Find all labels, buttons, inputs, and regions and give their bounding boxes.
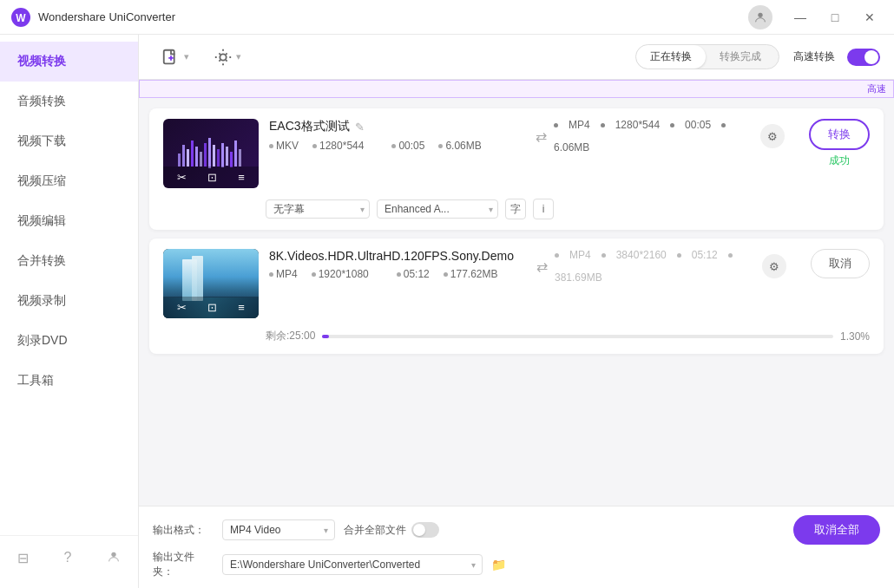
file-meta-1: MKV 1280*544 00:05 (269, 140, 518, 152)
edit-icon-1[interactable]: ✎ (355, 121, 365, 134)
cancel-all-btn[interactable]: 取消全部 (793, 515, 880, 545)
svg-rect-9 (191, 140, 194, 167)
sidebar-label-audio-convert: 音频转换 (17, 94, 66, 109)
scissors-icon-1[interactable]: ✂ (174, 170, 190, 185)
close-btn[interactable]: ✕ (856, 7, 884, 28)
svg-rect-8 (187, 149, 189, 167)
sidebar-item-audio-convert[interactable]: 音频转换 (0, 82, 138, 121)
sidebar-item-video-compress[interactable]: 视频压缩 (0, 161, 138, 201)
progress-bar-2 (322, 335, 329, 338)
high-speed-toggle[interactable] (847, 49, 880, 66)
merge-toggle: 合并全部文件 (344, 522, 439, 538)
sidebar-item-burn-dvd[interactable]: 刻录DVD (0, 321, 138, 361)
sidebar-label-merge-convert: 合并转换 (17, 253, 66, 269)
sidebar-item-video-record[interactable]: 视频录制 (0, 281, 138, 321)
output-meta-1: MP4 1280*544 00:05 6.06MB (554, 119, 753, 154)
user-avatar-btn[interactable] (748, 5, 772, 29)
remaining-text-2: 剩余:25:00 (266, 329, 315, 343)
list-icon-2[interactable]: ≡ (234, 300, 248, 315)
file-card-2-top: ✂ ⊡ ≡ 8K.Videos.HDR.UltraHD.120FPS.Sony.… (163, 249, 870, 318)
app-title: Wondershare UniConverter (38, 10, 748, 23)
toolbar: ▾ ▾ 正在转换 转换完成 高速转换 (139, 35, 894, 80)
svg-rect-4 (164, 49, 174, 63)
file-name-2: 8K.Videos.HDR.UltraHD.120FPS.Sony.Demo (269, 249, 519, 263)
svg-rect-20 (239, 149, 241, 167)
merge-toggle-switch[interactable] (411, 522, 439, 538)
shuffle-icon-2[interactable]: ⇄ (536, 258, 548, 275)
convert-btn-1[interactable]: 转换 (809, 119, 870, 150)
source-size-1: 6.06MB (438, 140, 481, 152)
maximize-btn[interactable]: □ (821, 7, 849, 28)
svg-rect-19 (234, 140, 237, 167)
output-meta-2: MP4 3840*2160 05:12 381.69MB (555, 249, 755, 284)
svg-text:W: W (16, 12, 26, 24)
sidebar-label-video-download: 视频下载 (17, 134, 66, 149)
list-icon-1[interactable]: ≡ (234, 170, 248, 185)
scissors-icon-2[interactable]: ✂ (174, 300, 190, 315)
add-file-btn[interactable]: ▾ (153, 42, 198, 72)
svg-rect-12 (204, 143, 207, 167)
file-info-2: 8K.Videos.HDR.UltraHD.120FPS.Sony.Demo M… (269, 249, 519, 280)
sidebar-label-video-compress: 视频压缩 (17, 173, 66, 189)
source-format-2: MP4 (269, 268, 298, 280)
progress-bar-wrap-2 (322, 335, 833, 338)
format-select[interactable]: MP4 Video (222, 519, 335, 540)
add-screen-btn[interactable]: ▾ (205, 42, 250, 72)
gear-btn-2[interactable]: ⚙ (762, 254, 786, 278)
enhanced-select-1[interactable]: Enhanced A... (377, 199, 498, 219)
file-list: ✂ ⊡ ≡ EAC3格式测试 ✎ (139, 98, 894, 506)
cancel-btn-2[interactable]: 取消 (811, 249, 870, 278)
subtitle-row-1: 无字幕 Enhanced A... 字 i (163, 199, 870, 219)
file-thumb-2: ✂ ⊡ ≡ (163, 249, 259, 318)
source-duration-2: 05:12 (397, 268, 430, 280)
sidebar-label-video-edit: 视频编辑 (17, 213, 66, 229)
svg-point-3 (111, 552, 115, 557)
svg-rect-17 (226, 147, 228, 166)
sidebar-item-toolbox[interactable]: 工具箱 (0, 361, 138, 401)
sidebar-item-video-convert[interactable]: 视频转换 (0, 42, 138, 82)
enhanced-select-wrap-1: Enhanced A... (377, 199, 498, 219)
sidebar-label-video-record: 视频录制 (17, 293, 66, 309)
sidebar-pages-icon[interactable]: ⊟ (10, 546, 36, 571)
success-label-1: 成功 (829, 154, 850, 168)
shuffle-icon-1[interactable]: ⇄ (536, 128, 547, 145)
status-converting-btn[interactable]: 正在转换 (636, 45, 706, 69)
source-size-2: 177.62MB (444, 268, 498, 280)
file-card-1: ✂ ⊡ ≡ EAC3格式测试 ✎ (149, 108, 884, 230)
sidebar-item-merge-convert[interactable]: 合并转换 (0, 241, 138, 281)
subtitle-select-1[interactable]: 无字幕 (266, 199, 370, 219)
folder-icon[interactable]: 📁 (491, 558, 506, 572)
window-controls: — □ ✕ (748, 5, 884, 29)
path-select-wrap: E:\Wondershare UniConverter\Converted (222, 554, 483, 575)
minimize-btn[interactable]: — (786, 7, 814, 28)
sidebar-label-burn-dvd: 刻录DVD (17, 333, 68, 349)
svg-rect-16 (221, 143, 224, 167)
status-toggle: 正在转换 转换完成 (635, 44, 779, 69)
crop-icon-1[interactable]: ⊡ (204, 170, 220, 185)
thumb-overlay-1: ✂ ⊡ ≡ (163, 167, 259, 188)
sidebar-label-toolbox: 工具箱 (17, 373, 54, 389)
info-icon-1[interactable]: i (533, 199, 554, 219)
sidebar-item-video-download[interactable]: 视频下载 (0, 121, 138, 161)
sidebar-bottom: ⊟ ? (0, 535, 138, 581)
status-done-btn[interactable]: 转换完成 (706, 45, 779, 69)
svg-rect-15 (217, 149, 220, 167)
high-speed-label: 高速转换 (793, 49, 835, 64)
source-format-1: MKV (269, 140, 299, 152)
sidebar-help-icon[interactable]: ? (57, 546, 79, 571)
subtitle-icon-1[interactable]: 字 (505, 199, 526, 219)
svg-rect-18 (230, 152, 233, 167)
subtitle-select-wrap-1: 无字幕 (266, 199, 370, 219)
format-select-wrap: MP4 Video (222, 519, 335, 540)
svg-rect-11 (200, 152, 202, 167)
sidebar-person-icon[interactable] (100, 546, 128, 571)
output-config-2: ⇄ MP4 3840*2160 05:12 381.69MB ⚙ (529, 249, 793, 284)
sidebar-item-video-edit[interactable]: 视频编辑 (0, 201, 138, 241)
output-config-1: ⇄ MP4 1280*544 00:05 6.06MB ⚙ (529, 119, 792, 154)
path-select[interactable]: E:\Wondershare UniConverter\Converted (222, 554, 483, 575)
format-label: 输出格式： (153, 523, 214, 538)
gear-btn-1[interactable]: ⚙ (760, 124, 785, 148)
crop-icon-2[interactable]: ⊡ (204, 300, 220, 315)
svg-rect-7 (182, 145, 185, 167)
file-meta-2: MP4 1920*1080 05:12 (269, 268, 519, 280)
